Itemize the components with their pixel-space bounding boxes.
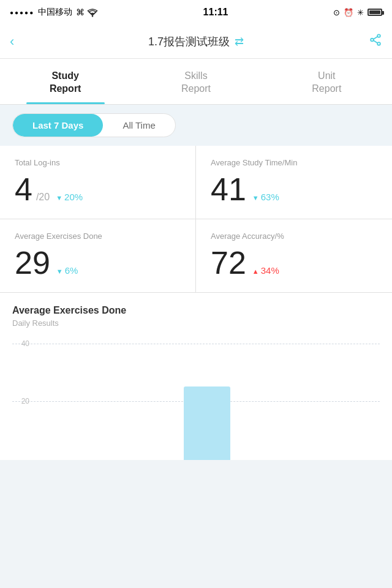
time-filter-group: Last 7 Days All Time [12,113,176,137]
stat-value-row-studytime: 41 63% [211,173,377,205]
svg-point-3 [377,42,380,45]
svg-line-5 [374,40,378,43]
stat-change-studytime: 63% [252,192,279,202]
chart-bars [34,337,380,460]
stat-avg-accuracy: Average Accuracy/% 72 34% [196,219,392,292]
chart-subtitle: Daily Results [12,318,380,328]
stat-number-studytime: 41 [211,173,246,205]
stat-change-accuracy: 34% [252,265,279,276]
stat-number-accuracy: 72 [211,247,246,279]
chart-title: Average Exercises Done [12,305,380,316]
filter-alltime[interactable]: All Time [103,114,175,137]
svg-point-0 [92,15,93,17]
stat-change-logins: 20% [56,192,83,202]
stat-sub-logins: /20 [36,192,50,203]
stat-avg-study-time: Average Study Time/Min 41 63% [196,146,392,219]
lock-icon: ⊙ [333,8,340,17]
status-left: ●●●●● 中国移动 ⌘ [10,7,98,18]
battery-icon [368,9,382,16]
arrow-down-icon-2 [252,192,259,202]
stat-avg-exercises: Average Exercises Done 29 6% [0,219,196,292]
status-right: ⊙ ⏰ ✳ [333,8,382,17]
wifi-icon: ⌘ [76,7,98,17]
status-bar: ●●●●● 中国移动 ⌘ 11:11 ⊙ ⏰ ✳ [0,0,392,24]
tab-skills-report[interactable]: SkillsReport [130,59,261,104]
carrier-label: 中国移动 [38,7,72,18]
nav-title: 1.7报告测试班级 ⇄ [148,34,244,49]
filter-last7days[interactable]: Last 7 Days [13,114,103,137]
chart-section: Average Exercises Done Daily Results 40 … [0,293,392,460]
arrow-up-icon [252,265,259,276]
back-button[interactable]: ‹ [10,34,14,50]
alarm-icon: ⏰ [344,8,353,17]
stat-change-exercises: 6% [56,265,78,276]
stat-value-row-accuracy: 72 34% [211,247,377,279]
svg-point-1 [377,34,380,37]
tab-unit-report[interactable]: UnitReport [262,59,392,104]
arrow-down-icon [56,192,62,202]
bluetooth-icon: ✳ [357,8,364,17]
bar-4 [184,386,230,460]
stat-label-logins: Total Log-ins [15,158,181,167]
stat-number-exercises: 29 [15,247,50,279]
stat-value-row-logins: 4 /20 20% [15,173,181,205]
filter-bar: Last 7 Days All Time [0,105,392,146]
arrow-down-icon-3 [56,265,63,276]
stat-label-exercises: Average Exercises Done [15,232,181,241]
signal-dots: ●●●●● [10,9,34,16]
stat-label-accuracy: Average Accuracy/% [211,232,377,241]
share-button[interactable] [369,33,382,50]
chart-label-40: 40 [12,339,29,348]
stat-number-logins: 4 [15,173,32,205]
stat-value-row-exercises: 29 6% [15,247,181,279]
tabs-bar: StudyReport SkillsReport UnitReport [0,59,392,105]
nav-bar: ‹ 1.7报告测试班级 ⇄ [0,24,392,59]
shuffle-icon[interactable]: ⇄ [235,35,244,48]
tab-study-report[interactable]: StudyReport [0,59,130,104]
stats-grid: Total Log-ins 4 /20 20% Average Study Ti… [0,146,392,293]
stat-total-logins: Total Log-ins 4 /20 20% [0,146,196,219]
chart-area: 40 20 [12,337,380,460]
stat-label-studytime: Average Study Time/Min [211,158,377,167]
status-time: 11:11 [203,7,228,18]
svg-line-4 [374,37,378,39]
svg-point-2 [371,39,374,42]
chart-label-20: 20 [12,397,29,405]
